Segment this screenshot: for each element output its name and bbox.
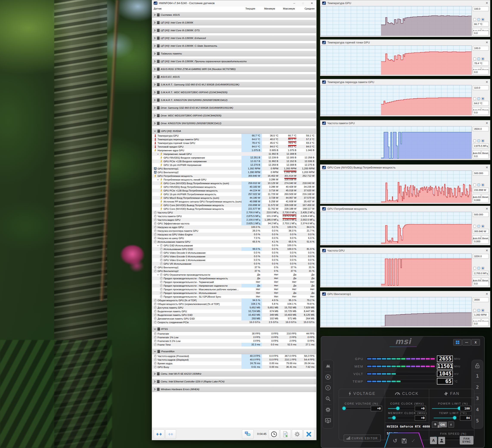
sensor-group-row[interactable]: Drive: Samsung SSD 860 EVO M.2 500GB (S4… (152, 105, 316, 111)
sensor-row[interactable]: Тепловой предел GPU84.0 °C84.0 °C84.0 °C… (152, 145, 316, 148)
close-icon[interactable]: ✕ (486, 249, 488, 252)
graph-color-option-2[interactable] (477, 183, 480, 186)
remote-sensors-button[interactable] (242, 429, 254, 439)
user-fan-button[interactable] (438, 437, 445, 444)
sensor-row[interactable]: Источник PP входного сигнала GPU Потребл… (152, 200, 316, 203)
sensor-group-row[interactable]: ЦП [#0]: Intel Core i9-13900K: DTS (152, 28, 316, 33)
sensor-row[interactable]: Framerate30 FPS0 FPS210 FPS44 FPS (152, 332, 316, 336)
graph-color-option-2[interactable] (477, 309, 480, 312)
sensor-row[interactable]: Общая мощность GPU [% of TDP]94.5 %4.9 %… (152, 298, 316, 302)
sensor-group-row[interactable]: RTSS (152, 326, 316, 332)
column-average[interactable]: Среднее (297, 7, 316, 10)
boost-button[interactable] (448, 422, 454, 428)
sensor-row[interactable]: Выделенная память GPU10,724 МБ674 МБ10,7… (152, 309, 316, 313)
exit-button[interactable] (303, 429, 314, 439)
chevron-down-icon[interactable] (157, 153, 159, 155)
close-icon[interactable]: ✕ (486, 80, 488, 84)
chevron-right-icon[interactable] (154, 29, 156, 32)
sensor-row[interactable]: Использование памяти GPU65.5 %4.1 %65.5 … (152, 240, 316, 244)
graph-color-option-3[interactable] (482, 267, 484, 270)
chevron-right-icon[interactable] (154, 60, 156, 63)
graph-color-option-1[interactable] (473, 18, 476, 21)
close-icon[interactable]: ✕ (486, 121, 488, 125)
sensor-group-row[interactable]: PresentMon (152, 349, 316, 354)
graph-color-option-1[interactable] (473, 183, 476, 186)
sensor-group-row[interactable]: Сеть: Intel Wi-Fi 6E AX210 160MHz (152, 371, 316, 377)
chevron-down-icon[interactable] (157, 179, 159, 181)
minimize-button[interactable]: ─ (291, 1, 298, 6)
curve-editor-button[interactable]: CURVE EDITOR (344, 435, 381, 442)
sensor-row[interactable]: GPU D3D Использование0.0 %100.0 % (152, 244, 316, 247)
chevron-right-icon[interactable] (154, 107, 156, 109)
chevron-right-icon[interactable] (154, 21, 156, 24)
sensor-row[interactable]: GPU Ограничители производительностиДаНет… (152, 273, 316, 276)
close-icon[interactable]: ✕ (486, 207, 488, 210)
sensor-group-row[interactable]: ЦП [#0]: Intel Core i9-13900K: Причины о… (152, 59, 316, 64)
graph-color-option-3[interactable] (482, 18, 484, 21)
graph-titlebar[interactable]: Температура перехода памяти GPU✕ (320, 79, 490, 85)
chevron-down-icon[interactable] (154, 350, 156, 353)
close-button[interactable]: ✕ (308, 1, 316, 6)
graph-titlebar[interactable]: Температура GPU✕ (320, 0, 490, 6)
sensor-row[interactable]: GPU PCIe +12В Вход Потребляемая мощность… (152, 189, 316, 192)
reset-icon[interactable]: ↺ (393, 438, 397, 444)
sensor-row[interactable]: GPU Busy0.61 ms0.00 ms36.41 ms7.62 ms (152, 365, 316, 369)
apply-check-icon[interactable]: ✓ (411, 438, 416, 444)
graph-titlebar[interactable]: Температура горячей точки GPU✕ (320, 40, 490, 45)
save-icon[interactable] (402, 438, 407, 443)
sensor-row[interactable]: Температура GPU66.7 °C36.5 °C66.7 °C59.1… (152, 134, 316, 137)
sensor-group-row[interactable]: S.M.A.R.T.: KINGSTON SNVS2000G (50026B72… (152, 97, 316, 103)
hardware-monitor-icon[interactable] (322, 418, 334, 424)
graph-titlebar[interactable]: GPU Потребляемая мощность✕ (320, 206, 490, 212)
info-icon[interactable]: i (322, 385, 334, 391)
chevron-right-icon[interactable] (154, 68, 156, 70)
sensor-row[interactable]: Напряжение линий GPU11.992 В12.308 В (152, 152, 316, 156)
sensor-row[interactable]: Предел производительности - ТермическийН… (152, 280, 316, 284)
chevron-right-icon[interactable] (154, 83, 156, 86)
sensor-group-row[interactable]: Windows Hardware Errors (WHEA) (152, 387, 316, 392)
sensor-row[interactable]: Температура перехода памяти GPU64.0 °C40… (152, 137, 316, 141)
sensor-row[interactable]: GPU FBVDDQ Входное напряжение12.251 В12.… (152, 156, 316, 159)
clock-button[interactable] (269, 429, 279, 439)
chevron-right-icon[interactable] (154, 122, 156, 125)
chain-link-button[interactable] (432, 422, 438, 428)
graph-color-option-3[interactable] (482, 309, 484, 312)
sensor-row[interactable]: Предел производительности - Максимальное… (152, 287, 316, 291)
sensor-row[interactable]: Нагрузка на GPU Video Engine0.0 %0.0 %0.… (152, 233, 316, 236)
fan-auto-button[interactable]: A (430, 437, 437, 444)
graph-color-option-2[interactable] (477, 225, 480, 228)
windows-button[interactable] (453, 339, 462, 346)
chevron-right-icon[interactable] (154, 372, 156, 375)
sensor-row[interactable]: GPU Misc0 Вход Потребляемая мощность (su… (152, 196, 316, 200)
oc-scanner-icon[interactable]: c (322, 396, 334, 402)
chevron-right-icon[interactable] (154, 114, 156, 117)
sensor-row[interactable]: Потребляемая мощность линий GPU3.286 W32… (152, 178, 316, 181)
chevron-right-icon[interactable] (154, 52, 156, 55)
collapse-all-button[interactable] (165, 429, 176, 439)
sensor-row[interactable]: GPU 16-pin HVPWR Потребляемая мощность25… (152, 192, 316, 196)
graph-color-option-3[interactable] (482, 57, 484, 60)
graph-color-option-1[interactable] (473, 97, 476, 100)
sensor-row[interactable]: GPU Вентилятор21,390 RPM0 RPM1,392 RPM1,… (152, 170, 316, 174)
sensor-row[interactable]: Динамическая память GPU D3D293 МБ102 МБ5… (152, 317, 316, 320)
chevron-down-icon[interactable] (154, 130, 156, 132)
chevron-right-icon[interactable] (154, 380, 156, 383)
sensor-row[interactable]: Использование GPU D3D99.0 %0.0 %100.0 %8… (152, 247, 316, 251)
graph-titlebar[interactable]: GPU Вентилятор1✕ (320, 291, 490, 297)
chevron-down-icon[interactable] (157, 244, 159, 247)
sensor-row[interactable]: Framerate 1% Low0 FPS0 FPS2 FPS0 FPS (152, 336, 316, 339)
graph-titlebar[interactable]: GPU Core (NVVDD) Вывод Потребляемая мощн… (320, 165, 490, 170)
chevron-right-icon[interactable] (154, 45, 156, 47)
kombustor-icon[interactable]: K (322, 374, 334, 380)
graph-titlebar[interactable]: Частота GPU✕ (320, 248, 490, 253)
graph-color-option-1[interactable] (473, 225, 476, 228)
sensor-row[interactable]: Framerate 0.1% Low0 FPS0 FPS2 FPS0 FPS (152, 339, 316, 343)
sensor-row[interactable]: GPU FBVDDQ Вход Потребляемая мощность40.… (152, 185, 316, 189)
sensor-row[interactable]: Предел производительности - SLI GPUBoost… (152, 295, 316, 298)
sensor-group-row[interactable]: Drive: KINGSTON SNVS2000G (50026B72828CD… (152, 121, 316, 126)
sensor-group-row[interactable]: Сеть: Intel Ethernet Controller I226-V (… (152, 379, 316, 384)
sensor-row[interactable]: Выделенная память GPU D3D10,402 МБ349 МБ… (152, 313, 316, 317)
graph-color-option-1[interactable] (473, 139, 476, 142)
minimize-button[interactable]: — (462, 339, 471, 346)
column-sensor[interactable]: Датчик (152, 7, 235, 10)
